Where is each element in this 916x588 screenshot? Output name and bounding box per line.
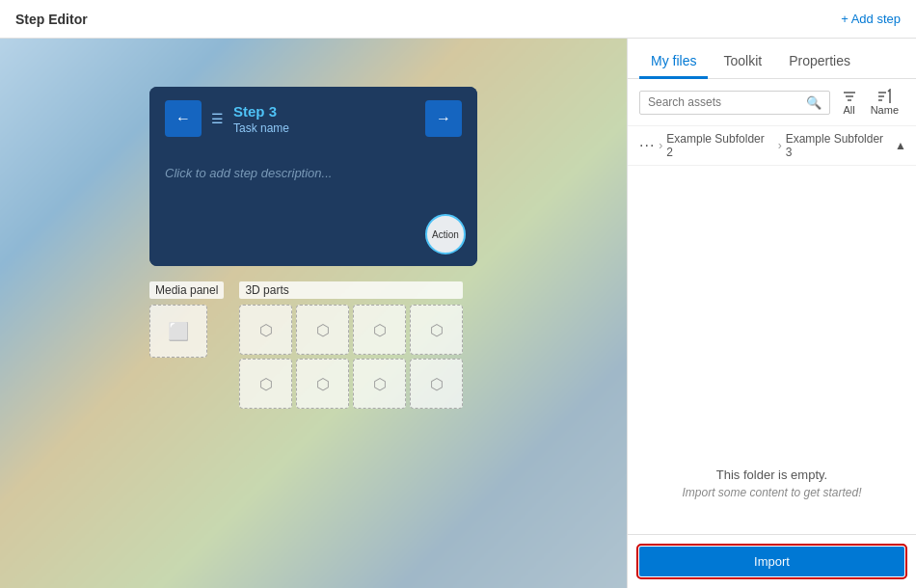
search-input[interactable] [648,95,800,109]
cube-icon-2: ⬡ [316,321,330,339]
cube-icon-7: ⬡ [373,375,387,393]
parts-cell-4[interactable]: ⬡ [410,305,463,355]
action-button[interactable]: Action [425,214,466,254]
breadcrumb: ··· › Example Subfolder 2 › Example Subf… [628,126,916,166]
cube-icon-4: ⬡ [430,321,444,339]
parts-cell-1[interactable]: ⬡ [239,305,292,355]
cube-icon-6: ⬡ [316,375,330,393]
search-icon: 🔍 [806,95,822,110]
cube-icon-5: ⬡ [259,375,273,393]
breadcrumb-item-2[interactable]: Example Subfolder 3 [786,132,893,159]
step-card: ← ☰ Step 3 Task name → Click to add step… [149,87,477,266]
search-row: 🔍 All [628,79,916,126]
main-layout: ← ☰ Step 3 Task name → Click to add step… [0,39,916,588]
chevron-left-icon: ← [175,110,191,127]
sort-name-button[interactable]: Name [865,87,904,118]
media-panel-section: Media panel ⬜ [149,281,224,409]
breadcrumb-sep-2: › [778,139,782,152]
filter-all-button[interactable]: All [836,87,863,118]
tab-my-files[interactable]: My files [639,45,708,79]
image-icon: ⬜ [168,321,189,342]
cube-icon-8: ⬡ [430,375,444,393]
search-button[interactable]: 🔍 [806,95,822,110]
panel-content: This folder is empty. Import some conten… [628,166,916,534]
empty-state: This folder is empty. Import some conten… [628,166,916,534]
app-header: Step Editor + Add step [0,0,916,39]
parts-cell-2[interactable]: ⬡ [296,305,349,355]
cube-icon-3: ⬡ [373,321,387,339]
breadcrumb-more[interactable]: ··· [639,137,655,154]
media-cell-1[interactable]: ⬜ [149,305,207,358]
parts-cell-6[interactable]: ⬡ [296,359,349,409]
step-number: Step 3 [233,103,416,120]
prev-step-button[interactable]: ← [165,100,202,137]
breadcrumb-item-1[interactable]: Example Subfolder 2 [666,132,773,159]
cube-icon-1: ⬡ [259,321,273,339]
parts-cell-8[interactable]: ⬡ [410,359,463,409]
parts-cell-7[interactable]: ⬡ [353,359,406,409]
tab-properties[interactable]: Properties [777,45,862,79]
panel-tabs: My files Toolkit Properties [628,39,916,79]
tab-toolkit[interactable]: Toolkit [712,45,773,79]
filter-buttons: All Name [836,87,904,118]
parts-panel-section: 3D parts ⬡ ⬡ ⬡ ⬡ ⬡ ⬡ ⬡ ⬡ [239,281,463,409]
step-task-name: Task name [233,121,416,135]
panels-row: Media panel ⬜ 3D parts ⬡ ⬡ ⬡ ⬡ [149,281,477,409]
step-card-body[interactable]: Click to add step description... Action [149,150,477,266]
next-step-button[interactable]: → [425,100,462,137]
chevron-right-icon: → [436,110,451,127]
search-box: 🔍 [639,91,830,115]
step-description: Click to add step description... [165,166,332,180]
scroll-up-indicator: ▲ [897,140,904,151]
import-button[interactable]: Import [639,547,904,576]
add-step-button[interactable]: + Add step [841,12,901,26]
media-panel-label: Media panel [149,281,224,299]
right-panel: My files Toolkit Properties 🔍 All [627,39,916,588]
empty-subtitle: Import some content to get started! [682,486,861,499]
editor-content: ← ☰ Step 3 Task name → Click to add step… [0,39,627,588]
editor-area: ← ☰ Step 3 Task name → Click to add step… [0,39,627,588]
breadcrumb-sep-1: › [659,139,662,152]
filter-icon [842,89,857,104]
empty-title: This folder is empty. [716,468,827,482]
parts-panel-label: 3D parts [239,281,463,299]
media-grid: ⬜ [149,305,224,358]
sort-icon [876,89,892,104]
step-card-header: ← ☰ Step 3 Task name → [149,87,477,150]
parts-cell-5[interactable]: ⬡ [239,359,292,409]
parts-grid: ⬡ ⬡ ⬡ ⬡ ⬡ ⬡ ⬡ ⬡ [239,305,463,409]
step-title-area: Step 3 Task name [233,103,416,135]
parts-cell-3[interactable]: ⬡ [353,305,406,355]
list-icon: ☰ [211,111,224,126]
page-title: Step Editor [15,12,88,27]
import-section: Import [628,534,916,588]
